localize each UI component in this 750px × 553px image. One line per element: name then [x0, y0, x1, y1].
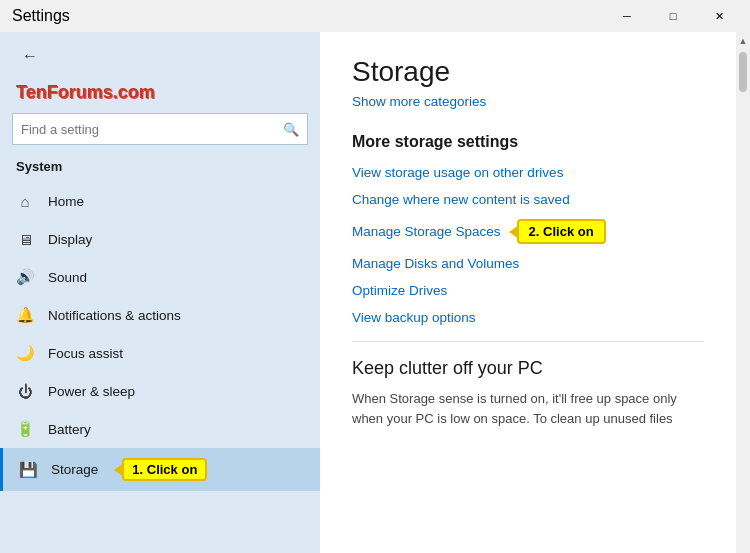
- sidebar-item-notifications[interactable]: 🔔 Notifications & actions: [0, 296, 320, 334]
- click-annotation-manage: 2. Click on: [517, 219, 606, 244]
- sidebar-item-home[interactable]: ⌂ Home: [0, 182, 320, 220]
- title-bar-controls: ─ □ ✕: [604, 0, 742, 32]
- sidebar-item-home-label: Home: [48, 194, 84, 209]
- search-icon[interactable]: 🔍: [283, 122, 299, 137]
- focus-icon: 🌙: [16, 344, 34, 362]
- page-title: Storage: [352, 56, 704, 88]
- view-storage-usage-link[interactable]: View storage usage on other drives: [352, 165, 704, 180]
- storage-icon: 💾: [19, 461, 37, 479]
- watermark-text: TenForums.com: [16, 82, 155, 102]
- sidebar-header: ←: [0, 32, 320, 80]
- click-annotation-storage: 1. Click on: [122, 458, 207, 481]
- manage-disks-link[interactable]: Manage Disks and Volumes: [352, 256, 704, 271]
- scrollbar-track: ▲: [736, 32, 750, 553]
- sidebar-item-power[interactable]: ⏻ Power & sleep: [0, 372, 320, 410]
- scrollbar-thumb[interactable]: [739, 52, 747, 92]
- close-button[interactable]: ✕: [696, 0, 742, 32]
- search-box[interactable]: 🔍: [12, 113, 308, 145]
- manage-storage-row: Manage Storage Spaces 2. Click on: [352, 219, 704, 244]
- power-icon: ⏻: [16, 382, 34, 400]
- title-bar-title: Settings: [12, 7, 70, 25]
- sidebar-item-storage[interactable]: 💾 Storage 1. Click on: [0, 448, 320, 491]
- title-bar-left: Settings: [12, 7, 70, 25]
- change-where-content-link[interactable]: Change where new content is saved: [352, 192, 704, 207]
- sidebar-item-storage-label: Storage: [51, 462, 98, 477]
- maximize-button[interactable]: □: [650, 0, 696, 32]
- main-content: Storage Show more categories More storag…: [320, 32, 736, 553]
- title-bar: Settings ─ □ ✕: [0, 0, 750, 32]
- notifications-icon: 🔔: [16, 306, 34, 324]
- sidebar-item-display-label: Display: [48, 232, 92, 247]
- show-more-categories-link[interactable]: Show more categories: [352, 94, 704, 109]
- search-input[interactable]: [21, 122, 283, 137]
- display-icon: 🖥: [16, 230, 34, 248]
- sidebar-section-title: System: [0, 155, 320, 182]
- sidebar-item-power-label: Power & sleep: [48, 384, 135, 399]
- back-icon: ←: [22, 47, 38, 65]
- more-storage-section-title: More storage settings: [352, 133, 704, 151]
- sidebar-item-battery-label: Battery: [48, 422, 91, 437]
- sidebar-item-notifications-label: Notifications & actions: [48, 308, 181, 323]
- back-button[interactable]: ←: [16, 42, 44, 70]
- battery-icon: 🔋: [16, 420, 34, 438]
- sidebar-item-sound[interactable]: 🔊 Sound: [0, 258, 320, 296]
- sidebar-item-display[interactable]: 🖥 Display: [0, 220, 320, 258]
- divider: [352, 341, 704, 342]
- sidebar-item-sound-label: Sound: [48, 270, 87, 285]
- keep-clutter-title: Keep clutter off your PC: [352, 358, 704, 379]
- sidebar-item-focus-label: Focus assist: [48, 346, 123, 361]
- watermark-container: TenForums.com: [0, 80, 320, 109]
- manage-storage-spaces-link[interactable]: Manage Storage Spaces: [352, 224, 501, 239]
- optimize-drives-link[interactable]: Optimize Drives: [352, 283, 704, 298]
- sidebar-item-battery[interactable]: 🔋 Battery: [0, 410, 320, 448]
- view-backup-options-link[interactable]: View backup options: [352, 310, 704, 325]
- scrollbar-arrow-up[interactable]: ▲: [736, 34, 750, 48]
- sound-icon: 🔊: [16, 268, 34, 286]
- minimize-button[interactable]: ─: [604, 0, 650, 32]
- sidebar-item-focus[interactable]: 🌙 Focus assist: [0, 334, 320, 372]
- keep-clutter-text: When Storage sense is turned on, it'll f…: [352, 389, 704, 428]
- sidebar: ← TenForums.com 🔍 System ⌂ Home 🖥 Displa…: [0, 32, 320, 553]
- main-window: ← TenForums.com 🔍 System ⌂ Home 🖥 Displa…: [0, 32, 750, 553]
- home-icon: ⌂: [16, 192, 34, 210]
